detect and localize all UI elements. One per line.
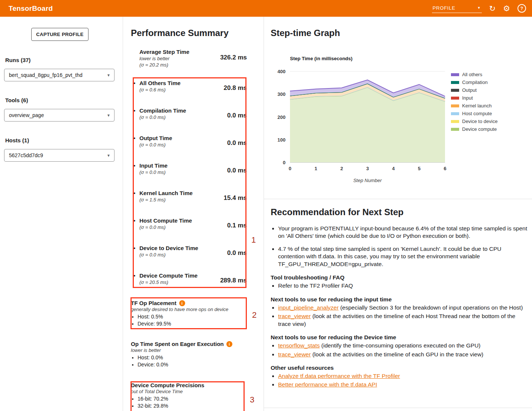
svg-text:0: 0 bbox=[288, 166, 291, 171]
step-time-graph-title: Step-time Graph bbox=[271, 28, 340, 38]
recommendation-subsections: Tool troubleshooting / FAQ Refer to the … bbox=[271, 274, 529, 389]
metric-row: • Output Time (σ = 0.0 ms) 0.0 ms bbox=[131, 135, 247, 162]
metric-value: 0.0 ms bbox=[227, 249, 247, 257]
hosts-select-value: 5627c5dd7dc9 bbox=[9, 152, 43, 158]
info-icon[interactable]: i bbox=[226, 341, 232, 347]
svg-text:1: 1 bbox=[315, 166, 317, 171]
rec-text: (identify the time-consuming operations … bbox=[320, 342, 481, 349]
svg-text:5: 5 bbox=[418, 166, 420, 171]
legend-swatch bbox=[451, 89, 459, 92]
legend-swatch bbox=[451, 97, 459, 100]
legend-swatch bbox=[451, 112, 459, 115]
top-app-bar: TensorBoard PROFILE ▼ ↻ ⚙ ? bbox=[0, 0, 532, 17]
bullet: • bbox=[133, 135, 135, 141]
bullet: • bbox=[133, 272, 135, 279]
rec-text: (especially Section 3 for the breakdown … bbox=[339, 304, 523, 311]
legend-swatch bbox=[451, 73, 459, 76]
svg-text:200: 200 bbox=[277, 114, 286, 120]
tools-label: Tools (6) bbox=[5, 97, 28, 103]
dashboard-selector[interactable]: PROFILE ▼ bbox=[432, 4, 482, 13]
metric-row: • Compilation Time (σ = 0.0 ms) 0.0 ms bbox=[131, 107, 247, 135]
legend-label: Input bbox=[462, 95, 473, 101]
rec-link[interactable]: tensorflow_stats bbox=[278, 342, 320, 349]
bullet: • bbox=[133, 80, 135, 86]
metric-value: 0.0 ms bbox=[227, 139, 247, 147]
precision-32bit: 32-bit: 29.8% bbox=[138, 402, 247, 410]
bullet: • bbox=[133, 190, 135, 196]
legend-swatch bbox=[451, 128, 459, 131]
dashboard-selector-value: PROFILE bbox=[433, 5, 455, 11]
help-icon[interactable]: ? bbox=[518, 4, 526, 13]
metric-value: 15.4 ms bbox=[224, 194, 247, 202]
rec-item: input_pipeline_analyzer (especially Sect… bbox=[278, 304, 529, 311]
legend-label: Compilation bbox=[462, 80, 488, 85]
eager-execution-title: Op Time Spent on Eager Execution bbox=[131, 341, 224, 347]
precision-16bit: 16-bit: 70.2% bbox=[138, 395, 247, 402]
legend-label: All others bbox=[462, 72, 482, 77]
rec-link[interactable]: Better performance with the tf.data API bbox=[278, 381, 377, 388]
rec-section-heading: Other useful resources bbox=[271, 365, 529, 371]
legend-item: Output bbox=[451, 86, 497, 94]
gear-icon[interactable]: ⚙ bbox=[503, 4, 510, 12]
tf-op-placement-host: Host: 0.5% bbox=[138, 313, 247, 320]
capture-profile-button[interactable]: CAPTURE PROFILE bbox=[31, 28, 88, 41]
annotation-label-1: 1 bbox=[251, 235, 256, 245]
rec-text: (look at the activities on the timeline … bbox=[311, 351, 483, 357]
rec-item: Analyze tf.data performance with the TF … bbox=[278, 372, 529, 380]
performance-summary-panel: Performance Summary Average Step Time lo… bbox=[123, 17, 264, 411]
chevron-down-icon: ▼ bbox=[107, 153, 110, 158]
step-time-chart-area: 01002003004000123456Step Time (in millis… bbox=[270, 54, 497, 206]
legend-swatch bbox=[451, 120, 459, 123]
metric-row: • Device Compute Time (σ = 20.5 ms) 289.… bbox=[131, 272, 247, 300]
tf-op-placement-device: Device: 99.5% bbox=[138, 320, 247, 327]
bullet: • bbox=[133, 217, 135, 224]
info-icon[interactable]: i bbox=[179, 300, 185, 306]
legend-item: Host compute bbox=[451, 110, 497, 117]
rec-item: trace_viewer (look at the activities on … bbox=[278, 313, 529, 328]
svg-text:2: 2 bbox=[340, 166, 343, 171]
rec-section-heading: Next tools to use for reducing the Devic… bbox=[271, 334, 529, 341]
recommendation-bullet: Your program is POTENTIALLY input-bound … bbox=[278, 225, 529, 240]
svg-text:Step Time (in milliseconds): Step Time (in milliseconds) bbox=[290, 56, 352, 61]
rec-link[interactable]: Analyze tf.data performance with the TF … bbox=[278, 373, 400, 379]
bullet: • bbox=[133, 162, 135, 169]
svg-text:Step Number: Step Number bbox=[353, 178, 382, 183]
eager-execution: Op Time Spent on Eager Execution i lower… bbox=[131, 341, 247, 368]
rec-section-heading: Next tools to use for reducing the input… bbox=[271, 296, 529, 303]
average-step-time: Average Step Time lower is better (σ = 2… bbox=[131, 49, 247, 68]
runs-select[interactable]: bert_squad_8gpu_fp16_pvt_thd ▼ bbox=[4, 69, 115, 81]
precisions-subtitle: out of Total Device Time bbox=[131, 389, 247, 394]
bullet: • bbox=[133, 245, 135, 251]
rec-link[interactable]: input_pipeline_analyzer bbox=[278, 304, 339, 311]
chart-legend: All others Compilation Output Input Kern… bbox=[451, 71, 497, 206]
metric-value: 20.8 ms bbox=[224, 84, 247, 92]
sidebar: CAPTURE PROFILE Runs (37) bert_squad_8gp… bbox=[0, 17, 123, 411]
metric-value: 0.0 ms bbox=[227, 167, 247, 174]
hosts-select[interactable]: 5627c5dd7dc9 ▼ bbox=[4, 149, 115, 162]
tf-op-placement: TF Op Placement i generally desired to h… bbox=[131, 300, 247, 327]
rec-link[interactable]: trace_viewer bbox=[278, 351, 311, 357]
chevron-down-icon: ▼ bbox=[107, 113, 110, 117]
bottom-divider bbox=[264, 408, 532, 408]
legend-item: Compilation bbox=[451, 78, 497, 86]
reload-icon[interactable]: ↻ bbox=[489, 4, 496, 12]
runs-label: Runs (37) bbox=[5, 57, 30, 63]
metric-sigma: (σ = 20.2 ms) bbox=[139, 62, 247, 68]
eager-execution-subtitle: lower is better bbox=[131, 347, 247, 353]
recommendation-section: Recommendation for Next Step Your progra… bbox=[271, 207, 529, 390]
metric-value: 326.2 ms bbox=[220, 54, 247, 61]
rec-text: (look at the activities on the timeline … bbox=[278, 313, 515, 327]
metric-value: 0.1 ms bbox=[227, 222, 247, 229]
rec-text: Refer to the TF2 Profiler FAQ bbox=[278, 282, 353, 289]
rec-link[interactable]: trace_viewer bbox=[278, 313, 311, 319]
hosts-label: Hosts (1) bbox=[5, 137, 29, 143]
svg-text:4: 4 bbox=[392, 166, 395, 171]
legend-item: Kernel launch bbox=[451, 102, 497, 110]
legend-label: Host compute bbox=[462, 111, 492, 116]
rec-item: Better performance with the tf.data API bbox=[278, 381, 529, 388]
legend-swatch bbox=[451, 81, 459, 84]
step-time-panel: Step-time Graph 01002003004000123456Step… bbox=[264, 17, 532, 411]
tools-select[interactable]: overview_page ▼ bbox=[4, 109, 115, 122]
metrics-list: • All Others Time (σ = 0.6 ms) 20.8 ms •… bbox=[131, 80, 247, 300]
step-time-chart: 01002003004000123456Step Time (in millis… bbox=[270, 54, 448, 206]
